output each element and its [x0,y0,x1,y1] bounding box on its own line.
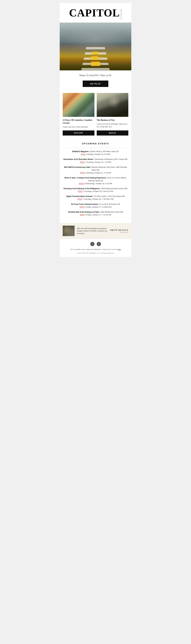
event-rsvp-link[interactable]: RSVP [80,161,85,163]
instagram-icon[interactable]: ● [97,242,101,246]
escape-card-description: Travel Tips from CNN's Bill Weir [63,126,94,128]
build-card-title: The Business of You [97,119,129,122]
footer: f ● This newsletter was created with Mai… [60,239,131,257]
two-col-section: 14 Years, 90 Countries, Countless Lesson… [60,91,131,138]
event-venue: | Marriott Wardman Park Hotel, 2660 Wood… [90,166,127,171]
event-item: Digital Transformation Summit | The Ritz… [63,195,128,201]
event-date: | Thursday, October 26, 7:30 AM-2 PM [83,198,113,200]
event-rsvp-link[interactable]: RSVP [78,190,83,192]
hero-image-inner [60,22,131,70]
event-date: | Friday, October 27, 11 AM-8 PM [85,206,111,208]
go-play-button[interactable]: GO PLAY [83,80,108,87]
event-rsvp-link[interactable]: RSVP [78,198,82,200]
build-card-image [97,93,129,117]
tagline-text: Where To Find NYC Vibes in DC [63,74,128,77]
event-item: Venetian Ball at the Embassy of Italy | … [63,211,128,216]
event-name: Venetian Ball at the Embassy of Italy [68,211,99,213]
event-venue: | The Ritz-Carlton, 1150 22nd Street NW [92,195,125,198]
logo-text: CAPITOL [69,8,120,18]
ad-text-area: With over 100 handcrafted and polarized … [77,227,108,235]
ad-brand-name: PRIVÉ REVAUX [110,229,128,231]
events-divider [63,148,128,148]
event-rsvp-link[interactable]: RSVP [79,182,84,185]
event-name: EdibleDC Magazine [72,150,89,152]
event-date: | Friday, October 27, 7-11:45 PM [85,214,111,216]
taxi-2 [91,56,98,60]
event-item: HeArt & Sole: A Unique Food Tasting Expe… [63,176,128,185]
event-item: 20th NaFFAA Anniversary Gala | Marriott … [63,166,128,174]
taxi-3 [93,52,98,55]
email-container: CAPITOL STANDARD Where To Find NYC Vibes… [60,3,131,257]
event-name: 20th NaFFAA Anniversary Gala [64,166,90,168]
event-rsvp-link[interactable]: RSVP [80,206,84,208]
event-date: | Monday, October 16, 6-9 PM [86,153,110,156]
build-card-description: 3 personal brand strategies influencers … [97,123,129,128]
ad-image [63,226,75,236]
event-item: EdibleDC Magazine | District Winery, 385… [63,150,128,156]
event-rsvp-link[interactable]: RSVP [80,172,85,174]
events-list: EdibleDC Magazine | District Winery, 385… [63,150,128,216]
footer-create-text: Create your's for free [102,248,117,250]
build-button[interactable]: BUILD [97,130,129,136]
event-venue: | 1600 Massachusetts Avenue NW [100,188,127,190]
social-icons: f ● [63,242,128,246]
event-date: | Thursday, October 26, 6:30-8:30 PM [83,190,113,192]
hero-image [60,22,131,70]
events-section: UPCOMING EVENTS EdibleDC Magazine | Dist… [60,138,131,222]
tagline-section: Where To Find NYC Vibes in DC [60,70,131,79]
event-item: DC Food Truck Tasting Festival | Lot at … [63,203,128,208]
escape-card-image [63,93,94,117]
header: CAPITOL STANDARD [60,3,131,22]
footer-copyright: © 2017 CAPITOL STANDARD LLC. All Rights … [63,252,128,254]
logo-container: CAPITOL STANDARD [63,8,128,20]
event-name: DC Food Truck Tasting Festival [71,203,98,205]
event-name: Evening at the Embassy of the Philippine… [64,188,100,190]
build-card: The Business of You 3 personal brand str… [97,93,129,136]
event-date: | Wednesday, October 25, 6-10 PM [84,182,112,185]
event-rsvp-link[interactable]: RSVP [81,153,86,156]
ad-logo: PRIVÉ REVAUX EYEWEAR [110,229,128,233]
ad-body-text: With over 100 handcrafted and polarized … [77,227,108,235]
footer-newsletter-label: This newsletter was created with Mailerl… [70,248,101,250]
escape-card-title: 14 Years, 90 Countries, Countless Lesson… [63,119,94,124]
event-name: Digital Transformation Summit [66,195,92,198]
event-venue: | Declaration Restaurant, 804 V Street N… [93,158,127,160]
ad-brand-sub: EYEWEAR [110,232,128,233]
event-name: Declaration & DC Brau Beer Dinner [63,158,93,160]
cta-section: GO PLAY [60,79,131,91]
event-item: Evening at the Embassy of the Philippine… [63,187,128,193]
escape-card: 14 Years, 90 Countries, Countless Lesson… [63,93,94,136]
taxi-1 [91,62,100,66]
facebook-icon[interactable]: f [90,242,94,246]
event-item: Declaration & DC Brau Beer Dinner | Decl… [63,158,128,164]
event-venue: | Lot at 4th & M Streets SW [98,203,120,205]
event-rsvp-link[interactable]: RSVP [80,214,85,216]
footer-newsletter-text: This newsletter was created with Mailerl… [63,248,128,251]
event-name: HeArt & Sole: A Unique Food Tasting Expe… [64,177,106,179]
footer-here-link[interactable]: here [118,248,121,250]
logo-standard-text: STANDARD [120,9,122,20]
event-venue: | 3000 Whitehaven Street NW [99,211,123,213]
events-title: UPCOMING EVENTS [63,142,128,145]
event-date: | Saturday, October 21, 5-10 PM [85,172,111,174]
ad-banner: With over 100 handcrafted and polarized … [60,223,131,239]
event-venue: | District Winery, 385 Water Street SE [89,150,119,152]
event-date: | Thursday, October 19, 7-10 PM [85,161,111,163]
escape-button[interactable]: ESCAPE [63,130,94,136]
